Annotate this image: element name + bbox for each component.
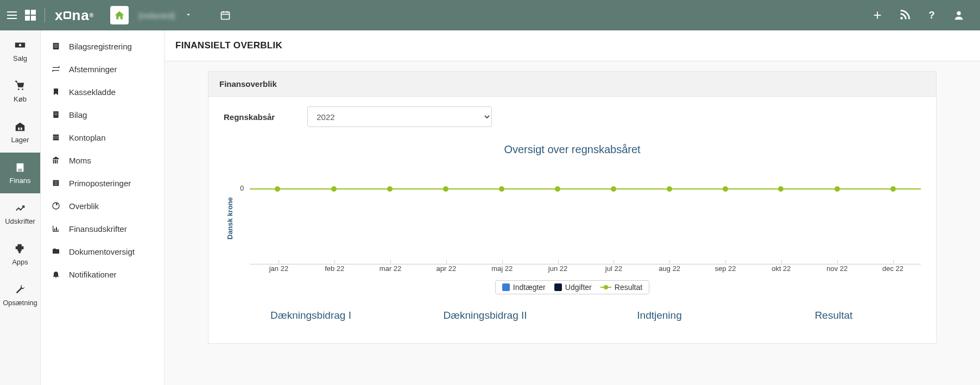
x-tick: sep 22 — [698, 264, 754, 273]
panel-title: Finansoverblik — [208, 72, 936, 97]
x-tick: nov 22 — [809, 264, 865, 273]
page-title: FINANSIELT OVERBLIK — [165, 30, 980, 61]
svg-rect-2 — [7, 18, 17, 19]
nav2-vouchers[interactable]: Bilag — [41, 103, 164, 126]
svg-rect-7 — [221, 12, 229, 19]
nav1-label: Udskrifter — [5, 217, 35, 225]
nav2-label: Primoposteringer — [69, 179, 131, 188]
nav2-label: Kassekladde — [69, 87, 116, 97]
svg-point-15 — [19, 44, 22, 47]
legend-income: Indtægter — [502, 283, 546, 292]
x-tick: jun 22 — [530, 264, 586, 273]
svg-rect-23 — [53, 43, 59, 49]
svg-point-13 — [957, 11, 960, 15]
svg-point-16 — [18, 89, 20, 90]
nav2-label: Kontoplan — [69, 133, 106, 142]
content-area: FINANSIELT OVERBLIK Finansoverblik Regns… — [165, 30, 980, 385]
data-point — [778, 186, 783, 192]
nav1-label: Apps — [12, 258, 28, 266]
legend-expenses: Udgifter — [554, 283, 592, 292]
year-select[interactable]: 2022 — [307, 106, 492, 127]
summary-db1: Dækningsbidrag I — [224, 310, 398, 321]
nav2-chart-of-accounts[interactable]: Kontoplan — [41, 126, 164, 149]
y-axis-label: Dansk krone — [224, 172, 236, 264]
svg-text:?: ? — [929, 9, 935, 21]
plus-icon[interactable] — [871, 9, 883, 21]
nav1-label: Salg — [13, 54, 27, 62]
svg-rect-30 — [53, 135, 59, 141]
plot-area: 0 — [250, 172, 921, 264]
nav1-finance[interactable]: Finans — [0, 153, 40, 193]
overview-panel: Finansoverblik Regnskabsår 2022 Oversigt… — [208, 71, 937, 344]
chart: Oversigt over regnskabsåret Dansk krone … — [224, 143, 921, 294]
svg-point-17 — [22, 89, 23, 90]
nav1-setup[interactable]: Opsætning — [0, 275, 40, 315]
rss-icon[interactable] — [899, 9, 911, 21]
data-point — [667, 186, 672, 192]
data-point — [499, 186, 504, 192]
company-name: [redacted] — [138, 11, 175, 20]
user-icon[interactable] — [953, 9, 965, 21]
data-point — [331, 186, 337, 192]
nav1-inventory[interactable]: Lager — [0, 112, 40, 153]
menu-icon[interactable] — [5, 9, 18, 22]
svg-rect-18 — [18, 128, 20, 130]
nav1-label: Køb — [14, 95, 27, 103]
xena-logo: xna® — [55, 7, 94, 24]
nav2-label: Notifikationer — [69, 270, 117, 279]
x-tick: feb 22 — [307, 264, 363, 273]
calendar-button[interactable] — [216, 6, 235, 24]
nav2-journal[interactable]: Kassekladde — [41, 80, 164, 103]
y-tick-0: 0 — [240, 184, 244, 192]
svg-rect-19 — [21, 128, 22, 130]
nav1-label: Opsætning — [3, 299, 37, 307]
data-point — [723, 186, 728, 192]
data-point — [555, 186, 560, 192]
nav1-label: Lager — [11, 136, 29, 144]
nav2-overview[interactable]: Overblik — [41, 194, 164, 217]
nav2-label: Dokumentoversigt — [69, 247, 135, 256]
data-point — [890, 186, 896, 192]
primary-nav: Salg Køb Lager Finans Udskrifter Apps Op… — [0, 30, 41, 385]
svg-rect-6 — [31, 16, 36, 21]
nav2-document-overview[interactable]: Dokumentoversigt — [41, 240, 164, 263]
company-chevron-down-icon[interactable] — [182, 9, 194, 22]
svg-rect-41 — [56, 227, 57, 231]
nav2-finance-reports[interactable]: Finansudskrifter — [41, 217, 164, 240]
svg-rect-1 — [7, 15, 17, 16]
nav1-sales[interactable]: Salg — [0, 30, 40, 71]
nav2-voucher-entry[interactable]: Bilagsregistrering — [41, 35, 164, 58]
nav1-purchase[interactable]: Køb — [0, 71, 40, 112]
result-line — [250, 188, 921, 190]
nav2-label: Moms — [69, 156, 91, 165]
legend-result: Resultat — [600, 283, 642, 292]
svg-rect-40 — [54, 229, 55, 231]
nav1-apps[interactable]: Apps — [0, 234, 40, 275]
summary-row: Dækningsbidrag I Dækningsbidrag II Indtj… — [224, 310, 921, 321]
nav1-reports[interactable]: Udskrifter — [0, 193, 40, 234]
svg-rect-4 — [31, 10, 36, 15]
nav1-label: Finans — [9, 176, 30, 185]
nav2-opening-entries[interactable]: Primoposteringer — [41, 172, 164, 194]
x-tick: aug 22 — [642, 264, 698, 273]
nav2-label: Overblik — [69, 201, 99, 211]
home-button[interactable] — [110, 6, 129, 24]
year-label: Regnskabsår — [224, 112, 275, 122]
secondary-nav: Bilagsregistrering Afstemninger Kassekla… — [41, 30, 165, 385]
chart-title: Oversigt over regnskabsåret — [224, 143, 921, 156]
data-point — [443, 186, 448, 192]
topbar: xna® [redacted] ? — [0, 0, 980, 30]
svg-rect-0 — [7, 11, 17, 12]
x-tick: jul 22 — [586, 264, 642, 273]
nav2-label: Finansudskrifter — [69, 224, 127, 233]
help-icon[interactable]: ? — [926, 9, 938, 21]
svg-rect-3 — [25, 10, 30, 15]
data-point — [387, 186, 393, 192]
nav2-notifications[interactable]: Notifikationer — [41, 263, 164, 286]
eg-logo-icon — [24, 9, 37, 22]
data-point — [611, 186, 616, 192]
x-axis: jan 22feb 22mar 22apr 22maj 22jun 22jul … — [251, 264, 921, 273]
nav2-vat[interactable]: Moms — [41, 149, 164, 172]
nav2-reconciliations[interactable]: Afstemninger — [41, 58, 164, 80]
nav2-label: Bilagsregistrering — [69, 42, 132, 51]
